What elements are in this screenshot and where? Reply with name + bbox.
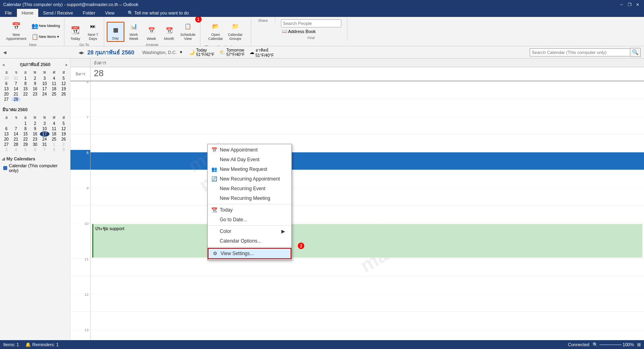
cal-day[interactable]: 8 xyxy=(21,126,30,131)
cal-day[interactable]: 28 xyxy=(11,142,21,147)
mini-cal-next[interactable]: ▸ xyxy=(66,62,68,67)
cal-day[interactable]: 18 xyxy=(50,131,59,137)
cal-day[interactable]: 10 xyxy=(40,126,50,131)
calendar-groups-button[interactable]: 📁 CalendarGroups xyxy=(226,19,245,42)
cal-day[interactable]: 11 xyxy=(50,81,59,86)
calendar-item[interactable]: Calendar (This computer only) xyxy=(2,162,68,174)
month-button[interactable]: 📆 Month xyxy=(161,23,178,42)
cal-day[interactable]: 22 xyxy=(21,91,30,97)
next7-button[interactable]: ⏭ Next 7Days xyxy=(85,19,101,42)
time-slot-830[interactable] xyxy=(91,170,644,187)
ctx-color[interactable]: Color ▶ xyxy=(208,226,291,236)
cal-day[interactable]: 19 xyxy=(59,86,68,91)
cal-day[interactable]: 15 xyxy=(21,86,30,91)
cal-day[interactable]: 11 xyxy=(50,126,59,131)
cal-day[interactable]: 3 xyxy=(2,147,11,152)
cal-day[interactable]: 9 xyxy=(30,126,40,131)
cal-day[interactable] xyxy=(40,97,50,102)
cal-day[interactable]: 23 xyxy=(30,91,40,97)
cal-day[interactable]: 2 xyxy=(30,121,40,126)
open-calendar-button[interactable]: 📂 OpenCalendar xyxy=(206,19,225,42)
time-slot-8[interactable] xyxy=(91,152,644,170)
cal-day[interactable]: 4 xyxy=(11,147,21,152)
ctx-new-meeting-req[interactable]: 👥 New Meeting Request xyxy=(208,164,291,174)
cal-day[interactable] xyxy=(11,121,21,126)
cal-day[interactable]: 4 xyxy=(50,121,59,126)
today-button[interactable]: 📆 Today xyxy=(67,23,84,42)
cal-day-selected[interactable]: 28 xyxy=(11,97,21,102)
cal-day[interactable]: 16 xyxy=(30,86,40,91)
time-slot-7[interactable] xyxy=(91,117,644,134)
nav-collapse-button[interactable]: ◂ xyxy=(3,48,6,56)
time-slot-11[interactable] xyxy=(91,259,644,276)
cal-day[interactable]: 6 xyxy=(30,147,40,152)
cal-day[interactable]: 7 xyxy=(40,147,50,152)
search-people-input[interactable] xyxy=(281,19,341,27)
cal-day[interactable]: 13 xyxy=(2,86,11,91)
calendar-search-button[interactable]: 🔍 xyxy=(630,48,641,57)
cal-day[interactable]: 21 xyxy=(11,91,21,97)
ctx-new-recurring-meeting[interactable]: New Recurring Meeting xyxy=(208,193,291,203)
tab-file[interactable]: File xyxy=(0,9,17,17)
address-book-button[interactable]: 📖 Address Book xyxy=(281,28,341,34)
email-calendar-button[interactable]: ✉ E-mail Calendar xyxy=(203,44,248,46)
cal-day[interactable]: 31 xyxy=(40,142,50,147)
cal-day[interactable]: 30 xyxy=(2,76,11,81)
cal-day[interactable]: 25 xyxy=(50,137,59,142)
cal-day[interactable]: 10 xyxy=(40,81,50,86)
schedule-view-button[interactable]: 📋 ScheduleView xyxy=(178,19,198,42)
nav-next-button[interactable]: ▸ xyxy=(81,49,84,56)
cal-day[interactable]: 1 xyxy=(21,121,30,126)
cal-day[interactable]: 13 xyxy=(2,131,11,137)
ctx-calendar-options[interactable]: Calendar Options... xyxy=(208,236,291,246)
cal-day[interactable]: 14 xyxy=(11,86,21,91)
cal-day[interactable] xyxy=(2,121,11,126)
time-slot-630[interactable] xyxy=(91,99,644,116)
tab-folder[interactable]: Folder xyxy=(78,9,100,17)
cal-day[interactable]: 6 xyxy=(2,126,11,131)
cal-day[interactable]: 1 xyxy=(50,142,59,147)
cal-day[interactable]: 8 xyxy=(21,81,30,86)
cal-day[interactable]: 3 xyxy=(40,76,50,81)
restore-button[interactable]: ❐ xyxy=(626,1,633,8)
mini-cal-prev[interactable]: ◂ xyxy=(2,62,4,67)
tab-home[interactable]: Home xyxy=(17,9,38,17)
ctx-new-all-day[interactable]: New All Day Event xyxy=(208,155,291,164)
cal-day[interactable]: 2 xyxy=(59,142,68,147)
cal-day[interactable]: 2 xyxy=(30,76,40,81)
new-meeting-button[interactable]: 👥 New Meeting xyxy=(29,21,62,31)
cal-day[interactable]: 4 xyxy=(50,76,59,81)
cal-day[interactable]: 30 xyxy=(30,142,40,147)
cal-day[interactable]: 6 xyxy=(2,81,11,86)
my-calendars-header[interactable]: ⊿ My Calendars xyxy=(2,156,68,162)
cal-day[interactable]: 7 xyxy=(11,126,21,131)
new-items-button[interactable]: 📋 New Items ▾ xyxy=(29,31,62,42)
cal-day[interactable]: 26 xyxy=(59,91,68,97)
cal-day[interactable]: 27 xyxy=(2,97,11,102)
work-week-button[interactable]: 📊 WorkWeek xyxy=(125,19,142,42)
cal-day[interactable]: 5 xyxy=(59,121,68,126)
close-button[interactable]: ✕ xyxy=(634,1,641,8)
cal-day[interactable]: 20 xyxy=(2,91,11,97)
cal-day[interactable]: 5 xyxy=(21,147,30,152)
cal-day[interactable]: 25 xyxy=(50,91,59,97)
ctx-goto-date[interactable]: Go to Date... xyxy=(208,215,291,224)
time-slot-730[interactable] xyxy=(91,135,644,152)
cal-day[interactable] xyxy=(30,97,40,102)
week-button[interactable]: 📅 Week xyxy=(143,23,160,42)
cal-day[interactable]: 3 xyxy=(40,121,50,126)
cal-day[interactable]: 22 xyxy=(21,137,30,142)
cal-day[interactable]: 17 xyxy=(40,86,50,91)
nav-prev-button[interactable]: ◂ xyxy=(78,49,81,56)
appointment-bar[interactable]: ประชุม support xyxy=(92,224,642,258)
cal-day[interactable]: 27 xyxy=(2,142,11,147)
cal-day[interactable]: 19 xyxy=(59,131,68,137)
cal-day[interactable]: 20 xyxy=(2,137,11,142)
time-slot-1230[interactable] xyxy=(91,312,644,329)
time-slot-930[interactable] xyxy=(91,206,644,223)
cal-day[interactable]: 12 xyxy=(59,126,68,131)
tell-me[interactable]: 🔍 Tell me what you want to do xyxy=(128,10,189,16)
ctx-new-appointment[interactable]: 📅 New Appointment xyxy=(208,145,291,155)
cal-day[interactable]: 8 xyxy=(50,147,59,152)
calendar-search-input[interactable] xyxy=(530,48,630,56)
